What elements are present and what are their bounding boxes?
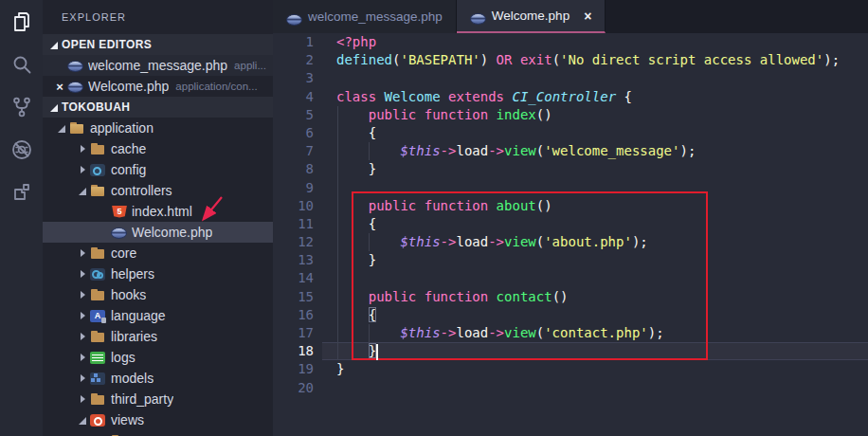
source-control-icon[interactable] bbox=[0, 85, 43, 128]
tree-item-language[interactable]: language bbox=[43, 305, 273, 326]
token: ) bbox=[480, 52, 497, 67]
tree-item-core[interactable]: core bbox=[43, 243, 273, 263]
code-editor[interactable]: 1<?php2defined('BASEPATH') OR exit('No d… bbox=[273, 33, 868, 436]
code-line-13[interactable]: 13 } bbox=[273, 251, 868, 269]
code-line-19[interactable]: 19} bbox=[273, 360, 868, 378]
token: { bbox=[616, 89, 632, 104]
tree-item-libraries[interactable]: libraries bbox=[43, 326, 273, 347]
file-name: welcome_message.php bbox=[88, 58, 227, 73]
tree-item-config[interactable]: config bbox=[43, 159, 273, 180]
token bbox=[416, 198, 424, 213]
open-editor-item[interactable]: welcome_message.phpappli... bbox=[43, 55, 273, 76]
token: { bbox=[336, 216, 376, 231]
line-number[interactable]: 6 bbox=[273, 124, 316, 142]
code-line-4[interactable]: 4class Welcome extends CI_Controller { bbox=[273, 88, 868, 106]
token: ( bbox=[552, 52, 560, 67]
vscode-window: EXPLORER OPEN EDITORS welcome_message.ph… bbox=[0, 0, 868, 436]
folder-icon bbox=[90, 392, 105, 406]
logs-icon bbox=[90, 352, 105, 364]
line-number[interactable]: 20 bbox=[273, 379, 316, 397]
line-number[interactable]: 10 bbox=[273, 197, 316, 215]
tab-welcome-message-php[interactable]: welcome_message.php bbox=[273, 0, 457, 33]
code-line-3[interactable]: 3 bbox=[273, 69, 868, 87]
tree-item-cache[interactable]: cache bbox=[43, 138, 273, 159]
tree-item-item[interactable] bbox=[43, 430, 273, 436]
sidebar-title: EXPLORER bbox=[43, 0, 273, 34]
twistie-collapsed-icon bbox=[77, 163, 90, 176]
tree-item-welcome-php[interactable]: Welcome.php bbox=[43, 222, 273, 243]
helpers-icon bbox=[90, 268, 105, 281]
code-line-20[interactable]: 20 bbox=[273, 379, 868, 397]
tree-item-helpers[interactable]: helpers bbox=[43, 263, 273, 284]
tree-item-logs[interactable]: logs bbox=[43, 347, 273, 368]
code-line-12[interactable]: 12 $this->load->view('about.php'); bbox=[273, 233, 868, 251]
code-line-1[interactable]: 1<?php bbox=[273, 33, 868, 51]
explorer-icon[interactable] bbox=[0, 0, 43, 43]
text-cursor bbox=[376, 344, 378, 360]
code-line-14[interactable]: 14 bbox=[273, 269, 868, 287]
tab-label: welcome_message.php bbox=[308, 9, 443, 24]
token: load bbox=[456, 143, 488, 158]
tree-label: language bbox=[111, 308, 166, 323]
line-number[interactable]: 8 bbox=[273, 160, 316, 178]
debug-disabled-icon[interactable] bbox=[0, 128, 43, 171]
file-path: application/con... bbox=[175, 81, 257, 92]
code-line-5[interactable]: 5 public function index() bbox=[273, 106, 868, 124]
folder-icon bbox=[90, 142, 105, 155]
open-editor-item[interactable]: ×Welcome.phpapplication/con... bbox=[43, 76, 273, 97]
tree-item-third-party[interactable]: third_party bbox=[43, 389, 273, 409]
tree-item-index-html[interactable]: index.html bbox=[43, 201, 273, 222]
code-line-16[interactable]: 16 { bbox=[273, 306, 868, 324]
line-number[interactable]: 13 bbox=[273, 251, 316, 269]
code-line-2[interactable]: 2defined('BASEPATH') OR exit('No direct … bbox=[273, 51, 868, 69]
open-editors-header[interactable]: OPEN EDITORS bbox=[43, 34, 273, 55]
line-number[interactable]: 18 bbox=[273, 342, 316, 360]
token: () bbox=[536, 198, 552, 213]
code-line-10[interactable]: 10 public function about() bbox=[273, 197, 868, 215]
token: 'contact.php' bbox=[544, 325, 648, 340]
code-line-15[interactable]: 15 public function contact() bbox=[273, 288, 868, 306]
line-number[interactable]: 1 bbox=[273, 33, 316, 51]
tree-label: hooks bbox=[111, 287, 146, 302]
line-number[interactable]: 4 bbox=[273, 88, 316, 106]
tree-item-views[interactable]: views bbox=[43, 409, 273, 430]
tree-item-hooks[interactable]: hooks bbox=[43, 284, 273, 305]
search-icon[interactable] bbox=[0, 43, 43, 85]
code-line-18[interactable]: 18 } bbox=[273, 342, 868, 360]
tree-label: application bbox=[90, 120, 154, 136]
code-line-11[interactable]: 11 { bbox=[273, 215, 868, 233]
tree-label: views bbox=[111, 412, 144, 427]
code-line-6[interactable]: 6 { bbox=[273, 124, 868, 142]
indent-guide bbox=[337, 269, 338, 287]
token bbox=[488, 198, 496, 213]
line-number[interactable]: 16 bbox=[273, 306, 316, 324]
code-line-7[interactable]: 7 $this->load->view('welcome_message'); bbox=[273, 142, 868, 160]
tree-item-application[interactable]: application bbox=[43, 118, 273, 138]
tab-welcome-php[interactable]: Welcome.php × bbox=[457, 0, 606, 33]
code-line-9[interactable]: 9 bbox=[273, 179, 868, 197]
token: () bbox=[552, 289, 569, 304]
php-file-icon bbox=[286, 12, 301, 26]
line-number[interactable]: 7 bbox=[273, 142, 316, 160]
close-tab-icon[interactable]: × bbox=[584, 9, 591, 24]
line-number[interactable]: 15 bbox=[273, 288, 316, 306]
line-number[interactable]: 3 bbox=[273, 69, 316, 87]
line-number[interactable]: 14 bbox=[273, 269, 316, 287]
tree-item-models[interactable]: models bbox=[43, 368, 273, 389]
line-number[interactable]: 5 bbox=[273, 106, 316, 124]
line-number[interactable]: 17 bbox=[273, 324, 316, 342]
line-number[interactable]: 12 bbox=[273, 233, 316, 251]
tree-label: core bbox=[111, 245, 136, 261]
activity-bar bbox=[0, 0, 43, 436]
code-line-8[interactable]: 8 } bbox=[273, 160, 868, 178]
token: 'about.php' bbox=[544, 234, 632, 249]
line-number[interactable]: 19 bbox=[273, 360, 316, 378]
token: index bbox=[497, 107, 536, 122]
extensions-icon[interactable] bbox=[0, 171, 43, 213]
line-number[interactable]: 11 bbox=[273, 215, 316, 233]
line-number[interactable]: 2 bbox=[273, 51, 316, 69]
code-line-17[interactable]: 17 $this->load->view('contact.php'); bbox=[273, 324, 868, 342]
project-header[interactable]: TOKOBUAH bbox=[43, 97, 273, 118]
tree-item-controllers[interactable]: controllers bbox=[43, 180, 273, 201]
line-number[interactable]: 9 bbox=[273, 179, 316, 197]
